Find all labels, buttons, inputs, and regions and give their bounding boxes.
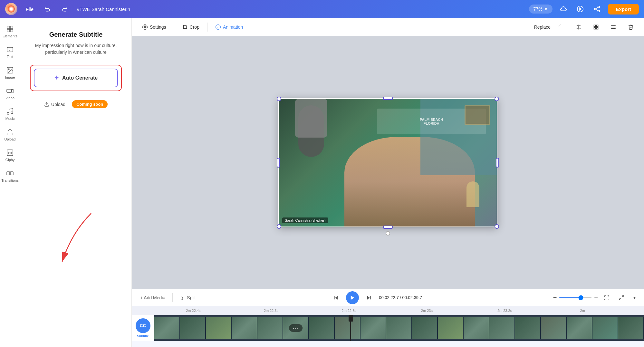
panel-description: My impression right now is in our cultur… (30, 42, 122, 56)
sidebar-upload-label: Upload (5, 137, 16, 141)
coming-soon-badge: Coming soon (72, 100, 108, 108)
svg-point-27 (144, 26, 146, 28)
fit-button[interactable] (601, 293, 613, 303)
ruler-mark-2: 2m 22.6s (232, 309, 310, 313)
svg-rect-32 (597, 25, 598, 26)
sidebar-item-elements[interactable]: Elements (0, 22, 20, 41)
film-thumb-7 (309, 317, 335, 339)
sidebar-item-upload[interactable]: Upload (0, 125, 20, 144)
align-button[interactable] (607, 22, 620, 32)
film-thumb-4 (232, 317, 257, 339)
add-media-label: + Add Media (140, 295, 165, 300)
zoom-out-button[interactable]: − (553, 294, 557, 301)
svg-line-44 (622, 295, 624, 297)
share-button[interactable] (591, 3, 603, 15)
sidebar-transitions-label: Transitions (1, 178, 18, 182)
app-logo[interactable] (5, 3, 17, 15)
video-frame[interactable]: PALM BEACHFLORIDA Sarah Cannistra (she/h… (278, 98, 497, 227)
upload-label: Upload (51, 102, 65, 107)
zoom-slider[interactable] (559, 297, 591, 298)
redo-button[interactable] (59, 3, 70, 15)
timeline-area: + Add Media Split 00:02:22.7 (132, 289, 644, 347)
handle-bottom-right[interactable] (495, 224, 499, 229)
settings-label: Settings (150, 24, 166, 30)
panel-title: Generate Subtitle (49, 31, 103, 38)
flip-button[interactable] (572, 22, 585, 32)
handle-bottom-middle[interactable] (383, 226, 393, 229)
animation-button[interactable]: Animation (211, 22, 247, 32)
split-label: Split (187, 295, 196, 300)
film-thumb-18 (592, 317, 618, 339)
svg-text:GIF: GIF (8, 151, 13, 155)
crop-button[interactable]: Crop (178, 22, 203, 32)
expand-button[interactable] (615, 293, 628, 303)
file-menu[interactable]: File (23, 5, 37, 14)
cloud-save-button[interactable] (558, 3, 569, 15)
sidebar-item-text[interactable]: Text (0, 43, 20, 62)
undo-button[interactable] (42, 3, 53, 15)
cc-text: CC (140, 323, 146, 328)
sidebar-item-transitions[interactable]: Transitions (0, 166, 20, 186)
svg-point-4 (598, 10, 600, 12)
svg-rect-8 (10, 26, 13, 29)
auto-generate-label: Auto Generate (62, 75, 98, 81)
svg-rect-7 (7, 26, 10, 29)
subtitle-icon[interactable]: CC (136, 318, 150, 333)
ruler-mark-1: 2m 22.4s (154, 309, 232, 313)
handle-top-right[interactable] (495, 97, 499, 101)
add-media-button[interactable]: + Add Media (137, 293, 168, 302)
sidebar-elements-label: Elements (3, 34, 17, 38)
film-thumb-19 (618, 317, 644, 339)
handle-bottom-left[interactable] (277, 224, 281, 229)
handle-middle-right[interactable] (496, 158, 499, 168)
timeline-tracks: 2m 22.4s 2m 22.6s 2m 22.8s 2m 23s 2m 23.… (132, 306, 644, 347)
sidebar-item-image[interactable]: Image (0, 63, 20, 82)
ruler-mark-5: 2m 23.2s (466, 309, 544, 313)
subtitle-track-label: CC Subtitle (132, 315, 154, 341)
svg-marker-17 (12, 89, 13, 92)
video-canvas: ◀ PALM BEACHFLORIDA (132, 36, 644, 289)
top-navigation: File #TWE Sarah Cannister.n 77% ▼ Export (0, 0, 644, 18)
zoom-in-button[interactable]: + (594, 294, 598, 301)
play-button[interactable] (346, 291, 359, 304)
sidebar-music-label: Music (5, 117, 15, 120)
play-preview-button[interactable] (574, 3, 586, 15)
export-button[interactable]: Export (608, 4, 639, 14)
track-content[interactable]: ··· (154, 315, 644, 341)
svg-rect-24 (10, 172, 13, 175)
auto-generate-card: ✦ Auto Generate (30, 65, 122, 91)
film-thumb-13 (464, 317, 489, 339)
ruler-mark-6: 2m (543, 309, 621, 313)
film-thumb-10 (386, 317, 412, 339)
film-thumb-2 (180, 317, 206, 339)
fast-forward-button[interactable] (363, 293, 375, 303)
upload-row: Upload Coming soon (44, 100, 108, 108)
film-thumb-1 (154, 317, 180, 339)
svg-line-45 (619, 298, 621, 300)
timeline-chevron[interactable]: ▾ (630, 293, 639, 302)
timeline-controls: + Add Media Split 00:02:22.7 (132, 289, 644, 306)
split-button[interactable]: Split (177, 293, 199, 302)
handle-top-middle[interactable] (383, 97, 393, 100)
corner-radius-button[interactable] (554, 22, 568, 32)
film-thumb-5 (257, 317, 283, 339)
rewind-button[interactable] (330, 293, 342, 303)
sidebar-item-giphy[interactable]: GIF Giphy (0, 146, 20, 165)
handle-top-left[interactable] (277, 97, 281, 101)
rotate-handle[interactable] (386, 231, 390, 236)
svg-rect-9 (7, 29, 10, 32)
video-background: PALM BEACHFLORIDA (279, 99, 497, 227)
svg-rect-10 (10, 29, 13, 32)
upload-button[interactable]: Upload (44, 102, 65, 107)
playhead[interactable] (350, 315, 351, 341)
auto-generate-button[interactable]: ✦ Auto Generate (34, 69, 118, 87)
sidebar-item-music[interactable]: Music (0, 104, 20, 124)
delete-button[interactable] (624, 22, 638, 32)
sidebar-item-video[interactable]: Video (0, 84, 20, 103)
svg-rect-23 (7, 172, 10, 175)
grid-button[interactable] (589, 22, 603, 32)
handle-middle-left[interactable] (277, 158, 280, 168)
zoom-control[interactable]: 77% ▼ (529, 5, 553, 14)
zoom-controls: − + ▾ (553, 293, 639, 303)
settings-button[interactable]: Settings (138, 22, 170, 32)
